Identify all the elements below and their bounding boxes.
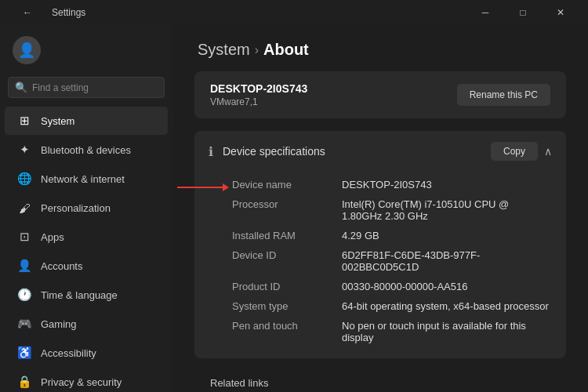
device-specs-header[interactable]: ℹ Device specifications Copy ∧ [194,131,566,172]
sidebar-item-label-privacy: Privacy & security [41,376,122,388]
sidebar-item-label-gaming: Gaming [41,318,77,330]
sidebar-item-label-accessibility: Accessibility [41,347,96,359]
sidebar-item-label-time: Time & language [41,289,118,301]
breadcrumb-sep: › [255,43,259,57]
spec-label: Product ID [232,281,342,292]
breadcrumb: System › About [172,25,588,71]
pc-name-card: DESKTOP-2I0S743 VMware7,1 Rename this PC [194,71,566,118]
device-specs-chevron: ∧ [544,145,552,158]
arrow-annotation [177,187,224,188]
gaming-icon: 🎮 [17,317,31,331]
sidebar-item-label-apps: Apps [41,231,64,243]
accounts-icon: 👤 [17,259,31,273]
spec-label: System type [232,300,342,312]
sidebar-item-label-accounts: Accounts [41,260,82,272]
apps-icon: ⊡ [17,230,31,244]
pc-sub: VMware7,1 [210,96,307,107]
device-specs-table: Device name DESKTOP-2I0S743 Processor In… [194,172,566,358]
sidebar-item-privacy[interactable]: 🔒 Privacy & security [5,368,168,392]
sidebar-profile: 👤 [0,25,172,72]
accessibility-icon: ♿ [17,346,31,360]
spec-label: Processor [232,198,342,210]
sidebar-item-personalization[interactable]: 🖌 Personalization [5,194,168,222]
sidebar-item-accessibility[interactable]: ♿ Accessibility [5,339,168,367]
sidebar: 👤 🔍 ⊞ System ✦ Bluetooth & devices 🌐 Net… [0,25,172,392]
titlebar-title: Settings [52,7,85,18]
spec-label: Pen and touch [232,320,342,332]
spec-value: Intel(R) Core(TM) i7-10510U CPU @ 1.80GH… [342,198,550,222]
search-icon: 🔍 [15,82,27,93]
close-button[interactable]: ✕ [543,0,579,25]
spec-label: Device name [232,179,342,191]
spec-row: Product ID 00330-80000-00000-AA516 [232,277,550,296]
maximize-button[interactable]: □ [505,0,541,25]
spec-label: Device ID [232,249,342,261]
sidebar-nav: ⊞ System ✦ Bluetooth & devices 🌐 Network… [0,104,172,392]
related-links-section: Related links Domain or workgroupSystem … [194,368,566,392]
app-body: 👤 🔍 ⊞ System ✦ Bluetooth & devices 🌐 Net… [0,25,588,392]
minimize-button[interactable]: ─ [467,0,503,25]
related-links-label: Related links [210,377,268,389]
spec-row: Device ID 6D2FF81F-C6DE-43DB-977F-002BBC… [232,245,550,277]
sidebar-item-time[interactable]: 🕐 Time & language [5,281,168,309]
spec-row: Processor Intel(R) Core(TM) i7-10510U CP… [232,194,550,226]
pc-info: DESKTOP-2I0S743 VMware7,1 [210,82,307,107]
spec-value: 4.29 GB [342,230,550,241]
spec-row: System type 64-bit operating system, x64… [232,296,550,316]
spec-row: Pen and touch No pen or touch input is a… [232,316,550,347]
back-button[interactable]: ← [9,0,45,25]
spec-value: No pen or touch input is available for t… [342,320,550,343]
device-specs-section: ℹ Device specifications Copy ∧ Device na… [194,131,566,358]
sidebar-item-gaming[interactable]: 🎮 Gaming [5,310,168,338]
breadcrumb-parent: System [198,41,250,59]
sidebar-item-label-network: Network & internet [41,173,125,185]
rename-pc-button[interactable]: Rename this PC [457,84,550,106]
personalization-icon: 🖌 [17,201,31,215]
system-icon: ⊞ [17,114,31,128]
sidebar-search-container[interactable]: 🔍 [8,77,165,98]
network-icon: 🌐 [17,172,31,186]
spec-value: 64-bit operating system, x64-based proce… [342,300,550,312]
titlebar: ← Settings ─ □ ✕ [0,0,588,25]
spec-row: Installed RAM 4.29 GB [232,226,550,245]
sidebar-item-apps[interactable]: ⊡ Apps [5,223,168,251]
spec-label: Installed RAM [232,230,342,241]
titlebar-left: ← Settings [9,0,85,25]
spec-value: 00330-80000-00000-AA516 [342,281,550,292]
titlebar-controls: ─ □ ✕ [467,0,579,25]
pc-name: DESKTOP-2I0S743 [210,82,307,95]
sidebar-item-label-system: System [41,115,74,127]
privacy-icon: 🔒 [17,375,31,389]
sidebar-item-label-bluetooth: Bluetooth & devices [41,144,131,156]
search-input[interactable] [32,82,158,93]
page-title: About [263,41,309,59]
spec-value: DESKTOP-2I0S743 [342,179,550,191]
bluetooth-icon: ✦ [17,143,31,157]
spec-value: 6D2FF81F-C6DE-43DB-977F-002BBC0D5C1D [342,249,550,273]
sidebar-item-system[interactable]: ⊞ System [5,107,168,135]
content-area: System › About DESKTOP-2I0S743 VMware7,1… [172,25,588,392]
spec-row: Device name DESKTOP-2I0S743 [232,175,550,194]
sidebar-item-label-personalization: Personalization [41,202,111,214]
sidebar-item-network[interactable]: 🌐 Network & internet [5,165,168,193]
sidebar-item-accounts[interactable]: 👤 Accounts [5,252,168,280]
info-icon: ℹ [209,144,213,159]
device-specs-copy-button[interactable]: Copy [491,142,538,161]
sidebar-item-bluetooth[interactable]: ✦ Bluetooth & devices [5,136,168,164]
avatar: 👤 [13,36,41,64]
device-specs-title: Device specifications [223,145,325,158]
time-icon: 🕐 [17,288,31,302]
